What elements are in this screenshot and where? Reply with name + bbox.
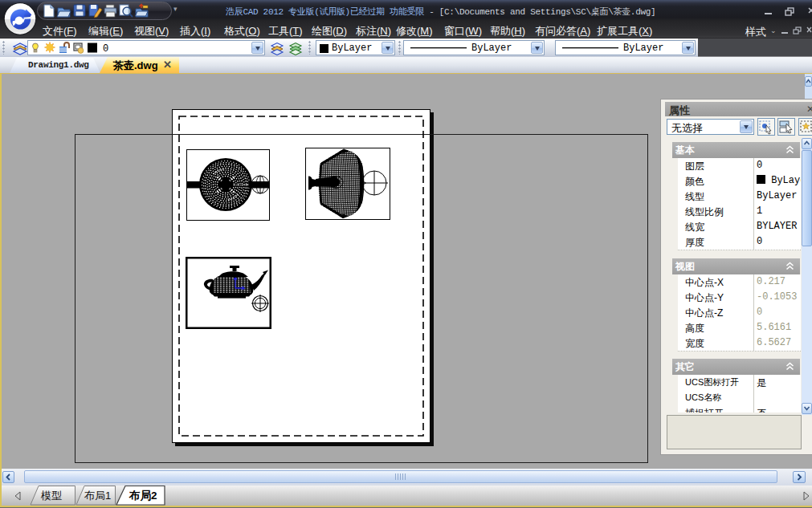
svg-text:模型: 模型 (40, 490, 62, 502)
svg-text:布局2: 布局2 (129, 490, 157, 502)
svg-text:布局1: 布局1 (84, 490, 111, 502)
svg-text:0: 0 (103, 43, 108, 55)
